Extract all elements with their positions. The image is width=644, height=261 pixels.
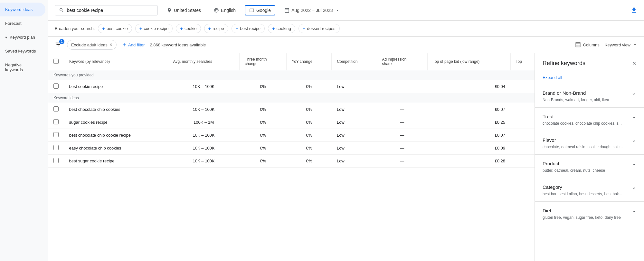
row-checkbox-cell[interactable]	[48, 142, 64, 155]
row-checkbox-cell[interactable]	[48, 155, 64, 168]
row-three-month: 0%	[240, 155, 287, 168]
broaden-chip-label: dessert recipes	[307, 26, 335, 31]
row-top-more	[510, 80, 535, 93]
row-three-month: 0%	[240, 116, 287, 129]
section-label-row: Keyword ideas	[48, 93, 535, 103]
sidebar-item-keyword-ideas[interactable]: Keyword ideas	[0, 3, 45, 16]
refine-section-desc: chocolate, oatmeal raisin, cookie dough,…	[543, 145, 636, 149]
broaden-chip-label: best cookie	[107, 26, 128, 31]
th-competition[interactable]: Competition	[332, 53, 377, 70]
row-keyword: easy chocolate chip cookies	[64, 142, 168, 155]
select-all-checkbox[interactable]	[53, 59, 59, 64]
search-container[interactable]	[55, 5, 158, 15]
table-area: Keyword (by relevance) Avg. monthly sear…	[48, 53, 535, 261]
location-label: United States	[174, 8, 201, 13]
expand-all-button[interactable]: Expand all	[535, 71, 644, 84]
th-checkbox[interactable]	[48, 53, 64, 70]
row-competition: Low	[332, 155, 377, 168]
keyword-view-button[interactable]: Keyword view	[605, 42, 638, 47]
refine-close-button[interactable]: ×	[632, 60, 636, 67]
refine-section-title: Treat	[543, 114, 554, 119]
row-top-more	[510, 103, 535, 116]
th-top-bid[interactable]: Top of page bid (low range)	[427, 53, 510, 70]
row-checkbox-cell[interactable]	[48, 129, 64, 142]
refine-section-title: Product	[543, 161, 559, 166]
row-competition: Low	[332, 142, 377, 155]
refine-section-header: Flavor ⌄	[543, 136, 636, 143]
exclude-chip-close[interactable]: ×	[109, 42, 112, 48]
row-yoy: 0%	[287, 116, 332, 129]
row-top-bid: £0.25	[427, 116, 510, 129]
row-top-more	[510, 129, 535, 142]
broaden-chip-5[interactable]: +cooking	[268, 24, 295, 33]
th-keyword[interactable]: Keyword (by relevance)	[64, 53, 168, 70]
exclude-adult-chip[interactable]: Exclude adult ideas ×	[67, 40, 117, 50]
row-checkbox[interactable]	[53, 145, 59, 150]
add-filter-icon	[122, 42, 127, 47]
date-range-selector[interactable]: Aug 2022 – Jul 2023	[280, 6, 344, 15]
row-checkbox[interactable]	[53, 83, 59, 89]
google-button[interactable]: Google	[245, 5, 275, 15]
th-three-month[interactable]: Three monthchange	[240, 53, 287, 70]
row-yoy: 0%	[287, 80, 332, 93]
broaden-chip-3[interactable]: +recipe	[204, 24, 228, 33]
table-row: best sugar cookie recipe 10K – 100K 0% 0…	[48, 155, 535, 168]
refine-section-desc: gluten free, vegan, sugar free, keto, da…	[543, 215, 636, 220]
row-checkbox[interactable]	[53, 106, 59, 111]
row-keyword: best sugar cookie recipe	[64, 155, 168, 168]
th-ad-impression[interactable]: Ad impressionshare	[377, 53, 427, 70]
calendar-icon	[284, 8, 289, 13]
th-avg-monthly[interactable]: Avg. monthly searches	[168, 53, 240, 70]
broaden-chip-1[interactable]: +cookie recipe	[135, 24, 173, 33]
th-top-more[interactable]: Top	[510, 53, 535, 70]
filter-icon-container[interactable]: 1	[55, 41, 62, 49]
refine-section-5[interactable]: Diet ⌄ gluten free, vegan, sugar free, k…	[535, 202, 644, 225]
search-input[interactable]	[67, 8, 154, 13]
row-checkbox-cell[interactable]	[48, 103, 64, 116]
broaden-chip-6[interactable]: +dessert recipes	[298, 24, 340, 33]
keyword-view-label: Keyword view	[605, 43, 630, 47]
keyword-view-chevron-icon	[632, 42, 638, 47]
download-icon	[630, 7, 638, 14]
row-ad-impression: —	[377, 129, 427, 142]
columns-button[interactable]: Columns	[575, 42, 600, 48]
refine-section-0[interactable]: Brand or Non-Brand ⌄ Non-Brands, walmart…	[535, 84, 644, 108]
chevron-down-icon: ⌄	[631, 207, 636, 214]
row-three-month: 0%	[240, 80, 287, 93]
refine-section-4[interactable]: Category ⌄ best bar, best italian, best …	[535, 178, 644, 202]
row-keyword: best cookie recipe	[64, 80, 168, 93]
row-checkbox[interactable]	[53, 132, 59, 137]
refine-section-3[interactable]: Product ⌄ butter, oatmeal, cream, nuts, …	[535, 155, 644, 178]
broaden-chip-0[interactable]: +best cookie	[98, 24, 132, 33]
sidebar-item-keyword-plan[interactable]: ▾Keyword plan	[0, 30, 45, 44]
row-ad-impression: —	[377, 142, 427, 155]
broaden-chip-2[interactable]: +cookie	[176, 24, 201, 33]
chevron-down-icon: ⌄	[631, 89, 636, 96]
language-pill[interactable]: English	[210, 6, 240, 15]
row-ad-impression: —	[377, 116, 427, 129]
sidebar-item-forecast[interactable]: Forecast	[0, 16, 45, 30]
add-filter-button[interactable]: Add filter	[122, 42, 145, 47]
sidebar-label: Keyword ideas	[5, 7, 33, 12]
row-top-bid: £0.28	[427, 155, 510, 168]
row-yoy: 0%	[287, 129, 332, 142]
row-checkbox-cell[interactable]	[48, 80, 64, 93]
row-checkbox-cell[interactable]	[48, 116, 64, 129]
content-area: Keyword (by relevance) Avg. monthly sear…	[48, 53, 644, 261]
row-checkbox[interactable]	[53, 119, 59, 124]
plus-icon: +	[303, 26, 306, 31]
th-yoy[interactable]: YoY change	[287, 53, 332, 70]
sidebar-item-negative-keywords[interactable]: Negative keywords	[0, 58, 45, 77]
columns-label: Columns	[583, 43, 600, 47]
language-label: English	[221, 8, 236, 13]
row-checkbox[interactable]	[53, 158, 59, 163]
row-top-bid: £0.04	[427, 80, 510, 93]
location-pill[interactable]: United States	[163, 6, 205, 15]
sidebar-item-saved-keywords[interactable]: Saved keywords	[0, 44, 45, 58]
broaden-chip-4[interactable]: +best recipe	[232, 24, 265, 33]
row-keyword: best chocolate chip cookie recipe	[64, 129, 168, 142]
refine-section-2[interactable]: Flavor ⌄ chocolate, oatmeal raisin, cook…	[535, 131, 644, 155]
download-button[interactable]	[630, 7, 638, 14]
refine-section-desc: Non-Brands, walmart, kroger, aldi, ikea	[543, 98, 636, 102]
refine-section-1[interactable]: Treat ⌄ chocolate cookies, chocolate chi…	[535, 108, 644, 131]
